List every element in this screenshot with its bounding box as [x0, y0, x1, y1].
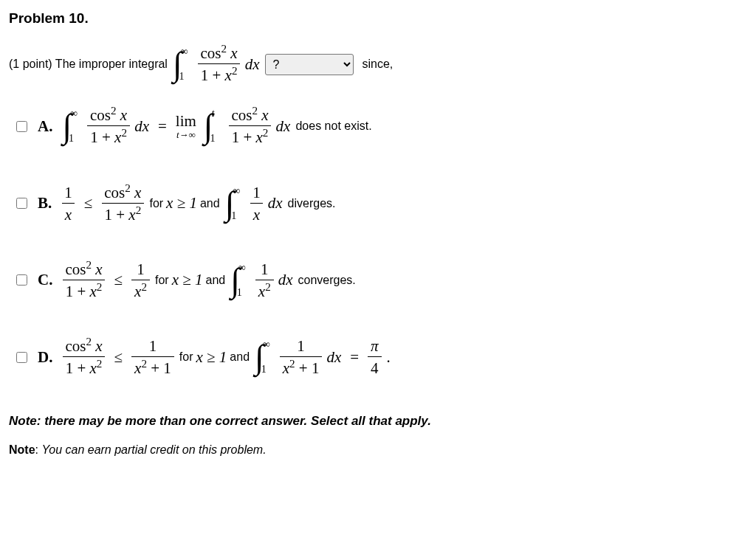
- option-a: A. ∫ ∞ 1 cos2 x 1 + x2 dx = lim t→∞: [9, 106, 747, 146]
- checkbox-c[interactable]: [16, 274, 27, 286]
- option-b: B. 1 x ≤ cos2 x 1 + x2 for x ≥ 1 and ∫ ∞…: [9, 184, 747, 224]
- checkbox-a[interactable]: [16, 121, 27, 132]
- option-b-content: B. 1 x ≤ cos2 x 1 + x2 for x ≥ 1 and ∫ ∞…: [38, 184, 336, 224]
- option-a-content: A. ∫ ∞ 1 cos2 x 1 + x2 dx = lim t→∞: [38, 106, 372, 146]
- problem-title: Problem 10.: [9, 10, 747, 27]
- question-suffix: since,: [362, 58, 394, 71]
- question-integral: ∫ ∞ 1 cos2 x 1 + x2 dx: [173, 44, 260, 84]
- notes: Note: there may be more than one correct…: [9, 414, 747, 457]
- checkbox-d[interactable]: [16, 352, 27, 363]
- option-c: C. cos2 x 1 + x2 ≤ 1 x2 for x ≥ 1 and ∫ …: [9, 260, 747, 300]
- note-multi-answer: Note: there may be more than one correct…: [9, 414, 747, 429]
- question-line: (1 point) The improper integral ∫ ∞ 1 co…: [9, 44, 747, 84]
- note-partial-credit: Note: You can earn partial credit on thi…: [9, 443, 747, 457]
- checkbox-b[interactable]: [16, 198, 27, 209]
- option-d: D. cos2 x 1 + x2 ≤ 1 x2 + 1 for x ≥ 1 an…: [9, 337, 747, 377]
- question-prefix: (1 point) The improper integral: [9, 58, 168, 71]
- options-list: A. ∫ ∞ 1 cos2 x 1 + x2 dx = lim t→∞: [9, 106, 747, 377]
- option-c-content: C. cos2 x 1 + x2 ≤ 1 x2 for x ≥ 1 and ∫ …: [38, 260, 356, 300]
- answer-select[interactable]: ?: [265, 54, 354, 75]
- option-d-content: D. cos2 x 1 + x2 ≤ 1 x2 + 1 for x ≥ 1 an…: [38, 337, 391, 377]
